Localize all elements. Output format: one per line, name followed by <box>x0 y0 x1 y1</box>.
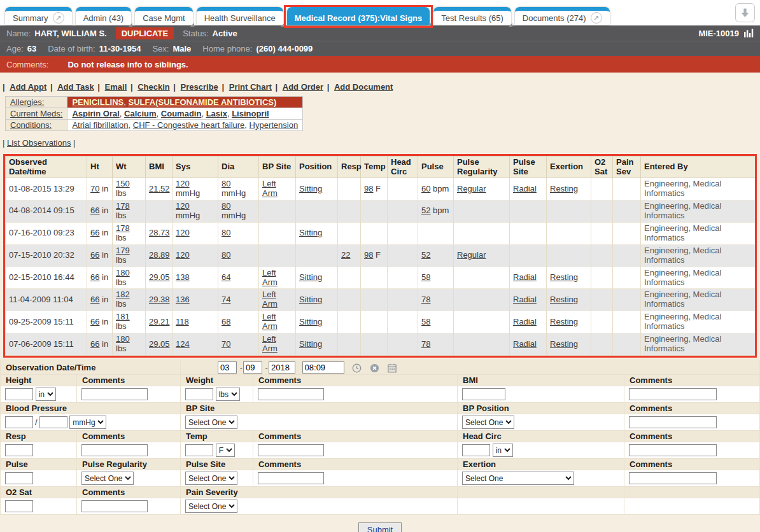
ht-link[interactable]: 66 <box>90 295 99 304</box>
ht-link[interactable]: 66 <box>90 317 99 326</box>
current-meds-label-link[interactable]: Current Meds: <box>10 109 62 118</box>
exertion-link[interactable]: Resting <box>550 317 578 326</box>
popout-icon[interactable]: ↗ <box>591 12 602 24</box>
bp-site-select[interactable]: Select One <box>185 416 237 429</box>
bp-site-link[interactable]: Left Arm <box>262 179 278 198</box>
action-link-email[interactable]: Email <box>105 82 127 92</box>
exertion-link[interactable]: Resting <box>550 184 578 193</box>
wt-link[interactable]: 182 <box>116 290 130 299</box>
tab-case-mgmt[interactable]: Case Mgmt <box>135 7 192 25</box>
allergy-link-sulfa-sulfonamide-antibiotics[interactable]: SULFA(SULFONAMIDE ANTIBIOTICS) <box>129 97 277 107</box>
dia-link[interactable]: 80 <box>222 179 230 188</box>
bp-diastolic-input[interactable] <box>39 416 67 428</box>
temp-link[interactable]: 98 <box>364 250 373 260</box>
action-link-checkin[interactable]: Checkin <box>137 82 170 92</box>
wt-link[interactable]: 180 <box>116 334 130 344</box>
temp-comments-input[interactable] <box>258 444 324 456</box>
position-link[interactable]: Sitting <box>299 295 322 304</box>
obs-year-input[interactable] <box>269 361 295 374</box>
weight-unit-select[interactable]: lbs <box>216 388 240 401</box>
bp-position-select[interactable]: Select One <box>462 416 514 429</box>
ht-link[interactable]: 70 <box>90 184 99 193</box>
pulse-site-link[interactable]: Radial <box>513 339 537 349</box>
dia-link[interactable]: 80 <box>222 201 230 211</box>
wt-link[interactable]: 179 <box>116 246 130 255</box>
head-circ-unit-select[interactable]: in <box>493 444 513 457</box>
sys-link[interactable]: 124 <box>176 339 190 349</box>
allergy-link-penicillins[interactable]: PENICILLINS <box>72 97 123 107</box>
popout-icon[interactable]: ↗ <box>53 12 64 24</box>
med-link-aspirin-oral[interactable]: Aspirin Oral <box>72 109 119 118</box>
ht-link[interactable]: 66 <box>90 228 99 237</box>
pulse-regularity-select[interactable]: Select One <box>81 472 134 485</box>
calendar-icon[interactable] <box>387 363 397 373</box>
bmi-input[interactable] <box>462 388 505 400</box>
tab-health-surveillance[interactable]: Health Surveillance <box>197 7 283 25</box>
med-link-coumadin[interactable]: Coumadin <box>161 109 202 118</box>
sys-link[interactable]: 120 <box>176 179 190 188</box>
list-observations-link[interactable]: List Observations <box>7 138 71 148</box>
sys-link[interactable]: 138 <box>176 272 190 282</box>
pulse-site-link[interactable]: Radial <box>513 317 537 326</box>
action-link-prescribe[interactable]: Prescribe <box>181 82 218 92</box>
tab-medical-record-375-vital-signs[interactable]: Medical Record (375):Vital Signs <box>287 7 430 25</box>
pulse-link[interactable]: 78 <box>421 295 430 304</box>
pulse-link[interactable]: 52 <box>421 250 430 260</box>
conditions-label-link[interactable]: Conditions: <box>10 120 52 130</box>
position-link[interactable]: Sitting <box>299 272 322 282</box>
bp-site-link[interactable]: Left Arm <box>262 334 278 353</box>
condition-link-atrial-fibrillation[interactable]: Atrial fibrillation <box>72 120 128 130</box>
pulse-regularity-link[interactable]: Regular <box>457 250 486 260</box>
bp-systolic-input[interactable] <box>5 416 33 428</box>
dia-link[interactable]: 64 <box>222 272 230 282</box>
position-link[interactable]: Sitting <box>299 317 322 326</box>
submit-button[interactable]: Submit <box>358 522 402 532</box>
allergies-label-link[interactable]: Allergies: <box>10 97 44 107</box>
bar-chart-icon[interactable] <box>744 29 754 38</box>
bmi-link[interactable]: 28.89 <box>149 250 170 260</box>
bp-comments-input[interactable] <box>629 416 717 428</box>
exertion-link[interactable]: Resting <box>550 295 578 304</box>
pulse-site-select[interactable]: Select One <box>185 472 237 485</box>
position-link[interactable]: Sitting <box>299 228 322 237</box>
temp-input[interactable] <box>185 444 213 456</box>
collapse-header-button[interactable] <box>735 3 755 22</box>
dia-link[interactable]: 70 <box>222 339 230 349</box>
bmi-link[interactable]: 29.05 <box>149 339 170 349</box>
sys-link[interactable]: 118 <box>176 317 189 326</box>
o2-sat-input[interactable] <box>5 500 33 512</box>
action-link-add-order[interactable]: Add Order <box>283 82 323 92</box>
sys-link[interactable]: 136 <box>176 295 190 304</box>
pulse-regularity-link[interactable]: Regular <box>457 184 486 193</box>
bp-unit-select[interactable]: mmHg <box>69 416 106 429</box>
bmi-link[interactable]: 28.73 <box>149 228 170 237</box>
dia-link[interactable]: 68 <box>222 317 230 326</box>
exertion-link[interactable]: Resting <box>550 339 578 349</box>
dia-link[interactable]: 80 <box>222 228 230 237</box>
wt-link[interactable]: 150 <box>116 179 130 188</box>
pulse-site-link[interactable]: Radial <box>513 184 537 193</box>
pulse-link[interactable]: 60 <box>421 184 430 193</box>
obs-month-input[interactable] <box>218 361 237 374</box>
ht-link[interactable]: 66 <box>90 272 99 282</box>
o2-sat-comments-input[interactable] <box>81 500 148 512</box>
ht-link[interactable]: 66 <box>90 250 99 260</box>
bmi-link[interactable]: 29.05 <box>149 272 170 282</box>
resp-link[interactable]: 22 <box>341 250 350 260</box>
duplicate-badge[interactable]: DUPLICATE <box>116 27 174 39</box>
temp-unit-select[interactable]: F <box>216 444 235 457</box>
dia-link[interactable]: 80 <box>222 250 230 260</box>
pain-severity-select[interactable]: Select One <box>185 500 237 513</box>
bmi-comments-input[interactable] <box>629 388 717 400</box>
tab-summary[interactable]: Summary↗ <box>5 7 72 25</box>
obs-day-input[interactable] <box>243 361 262 374</box>
sys-link[interactable]: 120 <box>176 201 190 211</box>
wt-link[interactable]: 181 <box>116 312 130 321</box>
med-link-calcium[interactable]: Calcium <box>124 109 157 118</box>
ht-link[interactable]: 66 <box>90 206 99 215</box>
sys-link[interactable]: 120 <box>176 250 190 260</box>
med-link-lasix[interactable]: Lasix <box>206 109 227 118</box>
sys-link[interactable]: 120 <box>176 228 190 237</box>
bp-site-link[interactable]: Left Arm <box>262 290 278 309</box>
action-link-add-appt[interactable]: Add Appt <box>10 82 46 92</box>
